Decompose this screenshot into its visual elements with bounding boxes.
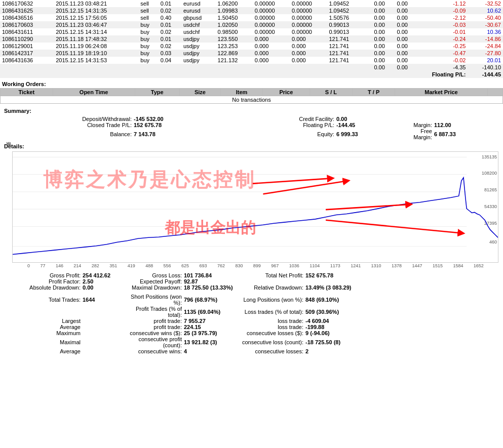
x-693: 693	[200, 263, 207, 268]
gross-profit-value: 254 412.62	[83, 272, 128, 278]
trade-row: 10861706322015.11.23 03:48:21sell0.01eur…	[0, 0, 503, 7]
summary-table: Deposit/Withdrawal: -145 532.00 Credit F…	[4, 116, 499, 140]
x-214: 214	[73, 263, 81, 268]
working-header: Price	[262, 89, 309, 96]
x-0: 0	[27, 263, 30, 268]
consec-losses-label: consecutive losses ($):	[235, 330, 305, 336]
x-1104: 1104	[309, 263, 320, 268]
trade-row: 10861290012015.11.19 06:24:08buy0.02usdj…	[0, 43, 503, 50]
deposit-label: Deposit/Withdrawal:	[4, 116, 134, 122]
avg-consec-wins-label: consecutive wins:	[128, 348, 184, 354]
x-488: 488	[145, 263, 153, 268]
x-1173: 1173	[330, 263, 340, 268]
free-margin-label: Free Margin:	[401, 128, 434, 140]
x-1447: 1447	[412, 263, 422, 268]
credit-value: 0.00	[336, 116, 401, 122]
x-1652: 1652	[474, 263, 484, 268]
avg-profit-value: 224.15	[184, 324, 235, 330]
equity-value: 6 999.33	[336, 128, 401, 140]
trade-row: 10861423172015.11.19 18:19:10buy0.03usdj…	[0, 50, 503, 57]
working-header: S / L	[309, 89, 352, 96]
working-header: Item	[221, 89, 263, 96]
x-419: 419	[128, 263, 135, 268]
loss-trade-label: loss trade:	[235, 318, 305, 324]
balance-value: 7 143.78	[134, 128, 223, 140]
no-transactions-row: No transactions	[1, 96, 503, 104]
x-556: 556	[164, 263, 171, 268]
x-625: 625	[181, 263, 189, 268]
largest-label: Largest	[4, 318, 83, 324]
gross-loss-value: 101 736.84	[184, 272, 235, 278]
profit-trades-label: Profit Trades (% of total):	[128, 306, 184, 318]
abs-drawdown-value: 0.00	[83, 284, 128, 291]
maximum-label: Maximum	[4, 330, 83, 336]
trade-row: 10864316362015.12.15 14:31:53buy0.04usdj…	[0, 57, 503, 64]
trade-row: 10861102902015.11.18 17:48:32buy0.01usdj…	[0, 35, 503, 43]
consec-profit-value: 13 921.82 (3)	[184, 336, 235, 348]
floating-pl-value: -144.45	[468, 71, 503, 78]
closed-label: Closed Trade P/L:	[4, 122, 134, 128]
consec-profit-label: consecutive profit (count):	[128, 336, 184, 348]
total-col1: 0.00	[364, 64, 387, 71]
total-trades-value: 1644	[83, 294, 128, 306]
profit-factor-value: 2.50	[83, 278, 128, 284]
x-77: 77	[40, 263, 45, 268]
deposit-value: -145 532.00	[134, 116, 223, 122]
summary-title: Summary:	[4, 108, 499, 116]
profit-trades-value: 1135 (69.04%)	[184, 306, 235, 318]
avg-loss-label: loss trade:	[235, 324, 305, 330]
x-1584: 1584	[453, 263, 463, 268]
chart-svg	[13, 152, 498, 262]
chart-x-axis: 0 77 146 214 282 351 419 488 556 625 693…	[12, 263, 499, 268]
expected-label: Expected Payoff:	[128, 278, 184, 284]
consec-loss-value: -18 725.50 (8)	[305, 336, 499, 348]
x-1515: 1515	[433, 263, 443, 268]
x-830: 830	[235, 263, 243, 268]
floating-sum-label: Floating P/L:	[223, 122, 336, 128]
short-value: 796 (68.97%)	[184, 294, 235, 306]
gross-loss-label: Gross Loss:	[128, 272, 184, 278]
working-header: T / P	[353, 89, 395, 96]
loss-trades-label: Loss trades (% of total):	[235, 306, 305, 318]
relative-drawdown-label: Relative Drawdown:	[235, 284, 305, 291]
consec-loss-label: consecutive loss (count):	[235, 336, 305, 348]
avg-consec-losses-label: consecutive losses:	[235, 348, 305, 354]
x-1310: 1310	[371, 263, 381, 268]
trade-row: 10861706032015.11.23 03:46:47buy0.01usdc…	[0, 21, 503, 28]
margin-value: 112.00	[434, 122, 499, 128]
free-margin-value: 6 887.33	[434, 128, 499, 140]
working-header: Type	[135, 89, 179, 96]
x-762: 762	[217, 263, 225, 268]
total-net-label: Total Net Profit:	[235, 272, 305, 278]
floating-pl-label: Floating P/L:	[410, 71, 468, 78]
total-col3: -4.35	[410, 64, 468, 71]
margin-label: Margin:	[401, 122, 434, 128]
consec-wins-value: 25 (3 975.79)	[184, 330, 235, 336]
working-orders-table: TicketOpen TimeTypeSizeItemPriceS / LT /…	[0, 88, 503, 104]
working-orders-title: Working Orders:	[0, 79, 503, 88]
x-1378: 1378	[392, 263, 402, 268]
floating-pl-row: Floating P/L: -144.45	[0, 71, 503, 78]
trade-row: 10864316252015.12.15 14:31:35sell0.02eur…	[0, 7, 503, 14]
long-value: 848 (69.10%)	[305, 294, 499, 306]
credit-label: Credit Facility:	[223, 116, 336, 122]
average2-label: Average	[4, 348, 83, 354]
loss-trades-value: 509 (30.96%)	[305, 306, 499, 318]
x-967: 967	[271, 263, 279, 268]
working-header: Size	[179, 89, 220, 96]
totals-row: 0.00 0.00 -4.35 -140.10	[0, 64, 503, 71]
consec-wins-label: consecutive wins ($):	[128, 330, 184, 336]
trade-table: 10861706322015.11.23 03:48:21sell0.01eur…	[0, 0, 503, 78]
avg-profit-label: profit trade:	[128, 324, 184, 330]
loss-trade-value: -4 609.04	[305, 318, 499, 324]
profit-trade-label: profit trade:	[128, 318, 184, 324]
profit-trade-value: 7 955.27	[184, 318, 235, 324]
long-label: Long Positions (won %):	[235, 294, 305, 306]
avg-consec-losses-value: 2	[305, 348, 499, 354]
total-col2: 0.00	[387, 64, 410, 71]
working-header: Market Price	[395, 89, 487, 96]
closed-value: 152 675.78	[134, 122, 223, 128]
total-net-value: 152 675.78	[305, 272, 499, 278]
trade-row: 10864365162015.12.15 17:56:05sell0.40gbp…	[0, 14, 503, 21]
relative-drawdown-value: 13.49% (3 083.29)	[305, 284, 499, 291]
